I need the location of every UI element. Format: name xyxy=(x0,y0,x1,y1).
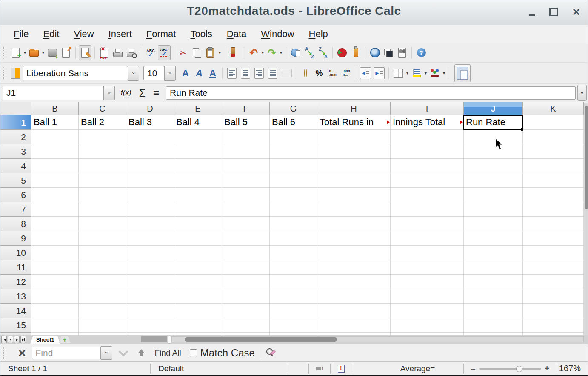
cell-H2[interactable] xyxy=(317,130,391,144)
column-header-B[interactable]: B xyxy=(31,102,79,115)
cell-H1[interactable]: Total Runs in xyxy=(317,115,391,130)
cell-K14[interactable] xyxy=(523,304,584,318)
find-previous-icon[interactable] xyxy=(138,349,145,357)
row-header-3[interactable]: 3 xyxy=(0,144,31,159)
paste-button[interactable] xyxy=(204,45,217,60)
cell-H6[interactable] xyxy=(317,188,391,202)
row-header-7[interactable]: 7 xyxy=(0,202,31,217)
auto-spellcheck-button[interactable]: ABC✓ xyxy=(158,45,171,60)
underline-button[interactable]: A xyxy=(206,66,219,81)
cell-G12[interactable] xyxy=(270,275,317,289)
row-header-10[interactable]: 10 xyxy=(0,246,31,260)
cell-G7[interactable] xyxy=(270,202,317,217)
align-left-button[interactable] xyxy=(225,66,238,81)
font-size-combo[interactable]: 10 xyxy=(143,66,165,80)
cell-K11[interactable] xyxy=(523,260,584,275)
cell-K9[interactable] xyxy=(523,231,584,246)
cell-I3[interactable] xyxy=(391,144,464,159)
match-case-checkbox[interactable] xyxy=(190,349,197,356)
cell-H11[interactable] xyxy=(317,260,391,275)
clone-formatting-button[interactable] xyxy=(228,45,241,60)
email-document-button[interactable]: ↗ xyxy=(60,45,72,60)
freeze-rows-columns-button[interactable] xyxy=(454,64,471,82)
menu-help[interactable]: Help xyxy=(303,27,334,41)
cell-H12[interactable] xyxy=(317,275,391,289)
save-button[interactable]: ↓ xyxy=(46,45,59,60)
vertical-scrollbar-thumb[interactable] xyxy=(585,106,588,209)
match-case-label[interactable]: Match Case xyxy=(200,347,255,359)
cell-I7[interactable] xyxy=(391,202,464,217)
cell-J6[interactable] xyxy=(464,188,523,202)
zoom-in-button[interactable]: + xyxy=(545,364,550,373)
select-all-corner[interactable] xyxy=(0,102,31,115)
cell-I15[interactable] xyxy=(391,318,464,333)
cell-B15[interactable] xyxy=(31,318,79,333)
cell-B8[interactable] xyxy=(31,217,79,231)
cell-B11[interactable] xyxy=(31,260,79,275)
cell-C4[interactable] xyxy=(79,159,126,173)
row-header-5[interactable]: 5 xyxy=(0,173,31,188)
cell-I10[interactable] xyxy=(391,246,464,260)
cell-K12[interactable] xyxy=(523,275,584,289)
edit-mode-button[interactable]: ✎ xyxy=(79,45,91,60)
tab-scrollbar-splitter[interactable] xyxy=(141,336,167,342)
row-header-15[interactable]: 15 xyxy=(0,318,31,333)
zoom-slider-thumb[interactable] xyxy=(516,366,522,372)
cell-E10[interactable] xyxy=(174,246,222,260)
cell-E12[interactable] xyxy=(174,275,222,289)
row-header-2[interactable]: 2 xyxy=(0,130,31,144)
cell-H13[interactable] xyxy=(317,289,391,304)
cell-J12[interactable] xyxy=(464,275,523,289)
gallery-button[interactable] xyxy=(349,45,362,60)
cell-H8[interactable] xyxy=(317,217,391,231)
cell-K1[interactable] xyxy=(523,115,584,130)
cell-I9[interactable] xyxy=(391,231,464,246)
new-dropdown-arrow[interactable] xyxy=(23,45,27,60)
cell-K4[interactable] xyxy=(523,159,584,173)
cell-J8[interactable] xyxy=(464,217,523,231)
cell-H4[interactable] xyxy=(317,159,391,173)
cell-F11[interactable] xyxy=(222,260,270,275)
name-box[interactable] xyxy=(3,86,104,100)
cell-B12[interactable] xyxy=(31,275,79,289)
percent-format-button[interactable]: % xyxy=(313,66,325,81)
cell-H9[interactable] xyxy=(317,231,391,246)
cell-F9[interactable] xyxy=(222,231,270,246)
currency-format-button[interactable] xyxy=(299,66,312,81)
last-sheet-button[interactable] xyxy=(20,336,26,343)
cell-D14[interactable] xyxy=(126,304,174,318)
minimize-button[interactable] xyxy=(529,14,535,16)
cell-E4[interactable] xyxy=(174,159,222,173)
cell-E9[interactable] xyxy=(174,231,222,246)
cell-K13[interactable] xyxy=(523,289,584,304)
column-header-J[interactable]: J xyxy=(464,102,523,115)
cell-I14[interactable] xyxy=(391,304,464,318)
cell-E2[interactable] xyxy=(174,130,222,144)
cell-C5[interactable] xyxy=(79,173,126,188)
cell-E13[interactable] xyxy=(174,289,222,304)
horizontal-scrollbar-thumb[interactable] xyxy=(185,337,337,342)
function-wizard-button[interactable]: f(x) xyxy=(121,89,131,97)
selection-statistics[interactable]: Average= xyxy=(372,364,463,373)
toolbar-grip[interactable] xyxy=(3,347,7,359)
cell-J11[interactable] xyxy=(464,260,523,275)
cell-H15[interactable] xyxy=(317,318,391,333)
sheet-number-indicator[interactable]: Sheet 1 / 1 xyxy=(0,364,150,373)
print-button[interactable] xyxy=(111,45,124,60)
toolbar-grip[interactable] xyxy=(3,47,7,59)
merge-cells-button[interactable] xyxy=(280,66,293,81)
cell-F12[interactable] xyxy=(222,275,270,289)
column-header-K[interactable]: K xyxy=(523,102,584,115)
cell-B13[interactable] xyxy=(31,289,79,304)
find-input[interactable] xyxy=(32,347,101,359)
cell-D1[interactable]: Ball 3 xyxy=(126,115,174,130)
delete-decimal-button[interactable]: .0000← xyxy=(340,66,353,81)
new-document-button[interactable]: + xyxy=(9,45,22,60)
redo-dropdown-arrow[interactable] xyxy=(279,45,283,60)
cell-K5[interactable] xyxy=(523,173,584,188)
cell-C3[interactable] xyxy=(79,144,126,159)
next-sheet-button[interactable] xyxy=(14,336,20,343)
cell-F3[interactable] xyxy=(222,144,270,159)
cell-K3[interactable] xyxy=(523,144,584,159)
cell-F2[interactable] xyxy=(222,130,270,144)
